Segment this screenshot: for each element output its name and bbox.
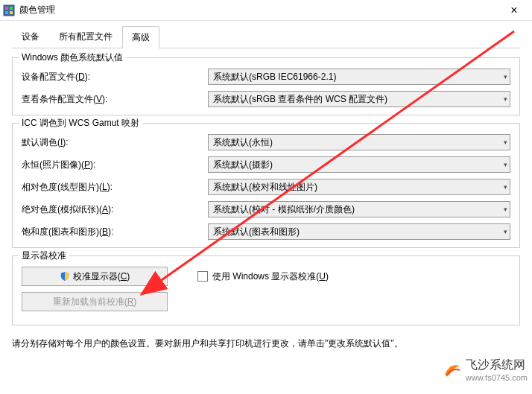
group-icc-wcs: ICC 调色到 WCS Gamut 映射 默认调色(I): 系统默认(永恒) ▾… [12,123,520,248]
watermark-name: 飞沙系统网 [466,358,525,371]
checkbox-icon [197,271,208,282]
default-intent-label: 默认调色(I): [22,136,208,149]
abs-col-dropdown[interactable]: 系统默认(校对 - 模拟纸张/介质颜色) [208,201,510,217]
close-button[interactable]: × [499,0,529,21]
group-windows-defaults: Windows 颜色系统默认值 设备配置文件(D): 系统默认(sRGB IEC… [12,57,520,115]
saturation-label: 饱和度(图表和图形)(B): [22,226,208,238]
abs-col-label: 绝对色度(模拟纸张)(A): [22,203,208,216]
group-title: ICC 调色到 WCS Gamut 映射 [19,117,142,130]
window-title: 颜色管理 [19,4,499,16]
tab-strip: 设备 所有配置文件 高级 [12,25,520,48]
rel-col-label: 相对色度(线型图片)(L): [22,181,208,194]
calibrate-monitor-button[interactable]: 校准显示器(C) [22,267,168,286]
footer-hint: 请分别存储对每个用户的颜色设置。要对新用户和共享打印机进行更改，请单击"更改系统… [0,333,532,355]
svg-rect-2 [10,7,13,10]
app-icon [3,4,15,16]
device-profile-dropdown[interactable]: 系统默认(sRGB IEC61966-2.1) [208,69,510,85]
group-monitor-calib: 显示器校准 校准显示器(C) 使用 Windows 显示器校准(U) 重新加载当… [12,255,520,325]
svg-rect-4 [10,11,13,14]
perceptual-dropdown[interactable]: 系统默认(摄影) [208,156,510,173]
shield-icon [60,271,70,282]
use-windows-calib-checkbox[interactable]: 使用 Windows 显示器校准(U) [197,270,329,283]
perceptual-label: 永恒(照片图像)(P): [22,159,208,171]
tab-devices[interactable]: 设备 [12,25,49,48]
close-icon: × [510,4,517,17]
svg-rect-3 [5,11,8,14]
tab-advanced[interactable]: 高级 [122,26,159,48]
watermark: 飞沙系统网 www.fs0745.com [442,358,528,382]
watermark-url: www.fs0745.com [466,373,528,382]
group-title: 显示器校准 [19,250,69,262]
device-profile-label: 设备配置文件(D): [22,71,208,83]
tab-all-profiles[interactable]: 所有配置文件 [49,25,122,48]
rel-col-dropdown[interactable]: 系统默认(校对和线性图片) [208,179,510,195]
titlebar: 颜色管理 × [0,0,532,21]
reload-calibration-button: 重新加载当前校准(R) [22,292,168,311]
viewing-cond-label: 查看条件配置文件(V): [22,93,208,106]
watermark-icon [442,360,463,381]
saturation-dropdown[interactable]: 系统默认(图表和图形) [208,223,510,240]
viewing-cond-dropdown[interactable]: 系统默认(sRGB 查看条件的 WCS 配置文件) [208,91,510,107]
default-intent-dropdown[interactable]: 系统默认(永恒) [208,134,510,150]
group-title: Windows 颜色系统默认值 [19,51,126,64]
svg-rect-1 [5,7,8,10]
